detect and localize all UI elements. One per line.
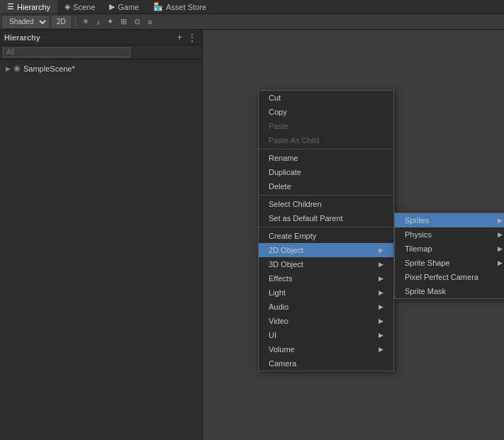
ctx-create-empty[interactable]: Create Empty [259, 229, 393, 243]
ctx-sprites[interactable]: Sprites ▶ [395, 213, 504, 227]
ctx-paste-as-child[interactable]: Paste As Child [259, 133, 393, 147]
ctx-audio-arrow: ▶ [379, 303, 383, 310]
tab-hierarchy[interactable]: ☰ Hierarchy [0, 0, 57, 13]
effect-toggle-button[interactable]: ✦ [105, 17, 116, 26]
ctx-video-arrow: ▶ [379, 317, 383, 325]
hierarchy-search-input[interactable] [3, 47, 130, 57]
ctx-ui-arrow: ▶ [379, 332, 383, 339]
main-layout: Hierarchy + ⋮ ▶ ◉ SampleScene* Cut Copy … [0, 30, 504, 440]
hierarchy-more-button[interactable]: ⋮ [186, 33, 198, 43]
ctx-2d-object[interactable]: 2D Object ▶ [259, 243, 393, 257]
ctx-sep-2 [259, 195, 393, 196]
ctx-sprite-shape[interactable]: Sprite Shape ▶ [395, 256, 504, 270]
ctx-pixel-perfect-camera[interactable]: Pixel Perfect Camera [395, 270, 504, 284]
ctx-ui[interactable]: UI ▶ [259, 328, 393, 342]
ctx-video[interactable]: Video ▶ [259, 314, 393, 328]
ctx-3d-object-arrow: ▶ [379, 261, 383, 268]
ctx-sep-3 [259, 227, 393, 227]
hierarchy-search-bar [0, 45, 202, 60]
shading-dropdown[interactable]: Shaded [3, 16, 49, 28]
tab-asset-store[interactable]: 🏪 Asset Store [146, 0, 213, 13]
toolbar-separator-1 [75, 17, 76, 27]
hierarchy-sample-scene[interactable]: ▶ ◉ SampleScene* [0, 62, 202, 74]
more-button[interactable]: ≡ [145, 18, 154, 26]
hierarchy-tab-label: Hierarchy [17, 3, 50, 11]
scene-item-icon: ◉ [13, 64, 21, 73]
light-toggle-button[interactable]: ☀ [80, 17, 91, 26]
ctx-camera[interactable]: Camera [259, 356, 393, 371]
hierarchy-content: ▶ ◉ SampleScene* [0, 60, 202, 440]
ctx-cut[interactable]: Cut [259, 91, 393, 105]
scene-name-label: SampleScene* [23, 64, 75, 73]
ctx-tilemap[interactable]: Tilemap ▶ [395, 242, 504, 256]
context-menu-l2: Sprites ▶ Physics ▶ Tilemap ▶ Sprite Sha… [394, 213, 504, 299]
asset-store-tab-label: Asset Store [166, 3, 206, 11]
ctx-audio[interactable]: Audio ▶ [259, 300, 393, 314]
ctx-sprites-arrow: ▶ [498, 217, 503, 224]
ctx-effects[interactable]: Effects ▶ [259, 271, 393, 286]
ctx-effects-arrow: ▶ [379, 275, 383, 282]
ctx-rename[interactable]: Rename [259, 151, 393, 165]
ctx-2d-object-arrow: ▶ [379, 247, 383, 254]
game-tab-label: Game [118, 3, 139, 11]
context-menu-l1: Cut Copy Paste Paste As Child Rename Dup… [258, 90, 394, 371]
hierarchy-panel: Hierarchy + ⋮ ▶ ◉ SampleScene* [0, 30, 203, 440]
audio-toggle-button[interactable]: ♪ [94, 18, 103, 26]
hierarchy-controls: + ⋮ [176, 33, 198, 43]
ctx-copy[interactable]: Copy [259, 105, 393, 119]
ctx-duplicate[interactable]: Duplicate [259, 165, 393, 179]
ctx-paste[interactable]: Paste [259, 119, 393, 133]
tab-game[interactable]: ▶ Game [102, 0, 146, 13]
2d-mode-button[interactable]: 2D [52, 16, 71, 28]
hierarchy-title: Hierarchy [4, 33, 40, 42]
ctx-delete[interactable]: Delete [259, 179, 393, 193]
ctx-light-arrow: ▶ [379, 289, 383, 296]
game-tab-icon: ▶ [109, 2, 115, 11]
tab-bar: ☰ Hierarchy ◈ Scene ▶ Game 🏪 Asset Store [0, 0, 504, 14]
hierarchy-header: Hierarchy + ⋮ [0, 30, 202, 45]
scene-area: Cut Copy Paste Paste As Child Rename Dup… [203, 30, 504, 440]
gizmo-button[interactable]: ⊙ [132, 17, 142, 26]
ctx-select-children[interactable]: Select Children [259, 197, 393, 211]
ctx-physics-arrow: ▶ [498, 231, 503, 238]
hierarchy-tab-icon: ☰ [7, 2, 14, 11]
asset-store-tab-icon: 🏪 [153, 2, 163, 11]
ctx-light[interactable]: Light ▶ [259, 286, 393, 300]
ctx-sep-1 [259, 149, 393, 150]
ctx-set-default-parent[interactable]: Set as Default Parent [259, 211, 393, 225]
toolbar: Shaded 2D ☀ ♪ ✦ ⊞ ⊙ ≡ [0, 14, 504, 30]
scene-arrow-icon: ▶ [6, 65, 11, 72]
scene-tab-icon: ◈ [65, 2, 70, 11]
tab-scene[interactable]: ◈ Scene [57, 0, 102, 13]
ctx-volume[interactable]: Volume ▶ [259, 342, 393, 356]
ctx-3d-object[interactable]: 3D Object ▶ [259, 257, 393, 271]
ctx-sprite-shape-arrow: ▶ [498, 259, 503, 266]
hierarchy-add-button[interactable]: + [176, 33, 184, 43]
ctx-tilemap-arrow: ▶ [498, 245, 503, 252]
ctx-volume-arrow: ▶ [379, 346, 383, 353]
scene-tab-label: Scene [73, 3, 95, 11]
ctx-sprite-mask[interactable]: Sprite Mask [395, 284, 504, 298]
ctx-physics[interactable]: Physics ▶ [395, 227, 504, 242]
grid-toggle-button[interactable]: ⊞ [118, 17, 129, 26]
